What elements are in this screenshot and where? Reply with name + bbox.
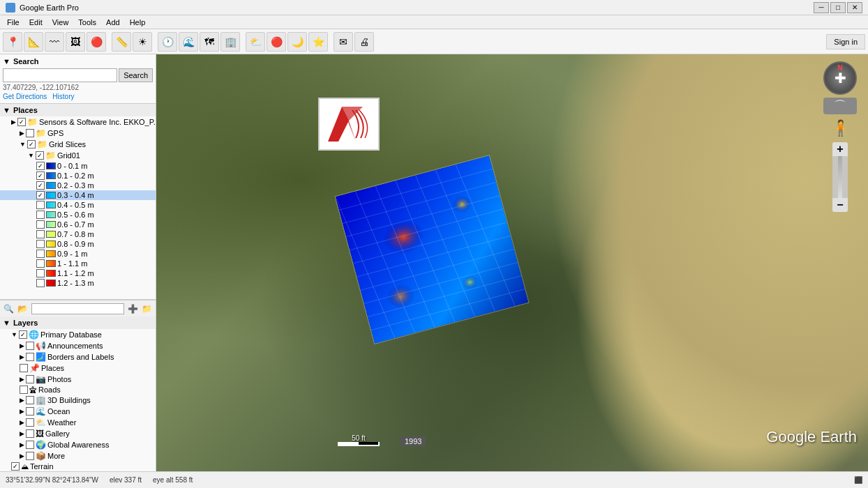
layer-3d-buildings[interactable]: ▶ 🏢 3D Buildings [0,395,156,406]
sign-in-button[interactable]: Sign in [826,34,865,49]
menu-help[interactable]: Help [126,17,150,27]
toolbar-moon-btn[interactable]: 🌙 [287,32,307,52]
layer-borders[interactable]: ▶ 🗾 Borders and Labels [0,351,156,363]
borders-checkbox[interactable] [26,353,34,361]
depth-7[interactable]: 0.7 - 0.8 m [0,229,156,239]
menu-view[interactable]: View [48,17,73,27]
d3-checkbox[interactable] [36,191,45,199]
toolbar-weather-btn[interactable]: ⛅ [246,32,265,52]
depth-8[interactable]: 0.8 - 0.9 m [0,239,156,249]
toolbar-print-btn[interactable]: 🖨 [354,32,374,52]
toolbar-historical-btn[interactable]: 🕐 [158,32,177,52]
layer-places[interactable]: 📌 Places [0,363,156,374]
more-checkbox[interactable] [26,452,34,460]
zoom-in-button[interactable]: + [832,142,848,156]
layer-roads[interactable]: 🛣 Roads [0,385,156,395]
grid01-checkbox[interactable] [36,151,44,160]
d10-checkbox[interactable] [36,259,45,268]
announcements-checkbox[interactable] [26,342,34,350]
grid-slices-checkbox[interactable] [27,140,36,148]
search-collapse-arrow[interactable]: ▼ [3,57,10,66]
weather-checkbox[interactable] [26,418,34,427]
global-awareness-checkbox[interactable] [26,441,34,449]
layer-global-awareness[interactable]: ▶ 🌍 Global Awareness [0,439,156,450]
places-item-grid01[interactable]: ▼ 📁 Grid01 [0,150,156,161]
depth-3[interactable]: 0.3 - 0.4 m [0,190,156,200]
d5-checkbox[interactable] [36,211,45,219]
menu-add[interactable]: Add [102,17,124,27]
gallery-checkbox[interactable] [26,429,34,438]
zoom-out-button[interactable]: − [832,198,848,212]
minimize-button[interactable]: ─ [814,2,829,13]
toolbar-ocean-btn[interactable]: 🌊 [179,32,198,52]
layer-photos[interactable]: ▶ 📷 Photos [0,374,156,385]
add-place-btn[interactable]: ➕ [127,303,139,315]
maximize-button[interactable]: □ [830,2,846,13]
toolbar-measure-btn[interactable]: 📏 [112,32,131,52]
toolbar-sun-btn[interactable]: ☀ [133,32,152,52]
toolbar-record-btn[interactable]: 🔴 [87,32,106,52]
depth-9[interactable]: 0.9 - 1 m [0,249,156,259]
layers-header[interactable]: ▼ Layers [0,317,156,329]
toolbar-sky-btn[interactable]: ⭐ [308,32,328,52]
roads-checkbox[interactable] [20,386,28,394]
toolbar-3d-btn[interactable]: 🏢 [220,32,240,52]
layer-more[interactable]: ▶ 📦 More [0,450,156,462]
depth-10[interactable]: 1 - 1.1 m [0,259,156,268]
layer-weather[interactable]: ▶ ⛅ Weather [0,417,156,428]
map-area[interactable]: N ✚ ⌒ 🧍 + − 50 ft 1993 Goo [156,54,868,471]
d11-checkbox[interactable] [36,269,45,277]
depth-1[interactable]: 0.1 - 0.2 m [0,171,156,181]
search-input[interactable] [3,68,117,82]
toolbar-map-btn[interactable]: 🗺 [200,32,219,52]
folder-btn[interactable]: 📂 [17,303,29,315]
toolbar-path-btn[interactable]: 〰 [45,32,64,52]
layer-announcements[interactable]: ▶ 📢 Announcements [0,340,156,351]
ocean-checkbox[interactable] [26,407,34,415]
menu-edit[interactable]: Edit [25,17,47,27]
history-link[interactable]: History [52,93,74,100]
photos-checkbox[interactable] [26,375,34,383]
depth-2[interactable]: 0.2 - 0.3 m [0,181,156,190]
zoom-slider[interactable] [838,156,842,198]
depth-12[interactable]: 1.2 - 1.3 m [0,278,156,288]
d1-checkbox[interactable] [36,171,45,180]
tilt-control[interactable]: ⌒ [823,98,857,114]
buildings-checkbox[interactable] [26,396,34,404]
terrain-checkbox[interactable] [11,462,20,471]
places-layer-checkbox[interactable] [20,364,28,372]
gps-checkbox[interactable] [26,129,34,137]
street-view-person[interactable]: 🧍 [832,117,848,139]
d6-checkbox[interactable] [36,220,45,229]
close-button[interactable]: ✕ [847,2,862,13]
add-folder-btn[interactable]: 📁 [142,303,154,315]
d8-checkbox[interactable] [36,240,45,248]
sensors-checkbox[interactable] [17,118,26,126]
toolbar-image-btn[interactable]: 🖼 [66,32,85,52]
d2-checkbox[interactable] [36,181,45,190]
window-controls[interactable]: ─ □ ✕ [814,2,862,13]
d9-checkbox[interactable] [36,250,45,258]
places-item-gps[interactable]: ▶ 📁 GPS [0,128,156,139]
search-button[interactable]: Search [119,68,153,82]
zoom-control[interactable]: + − [832,142,848,212]
get-directions-link[interactable]: Get Directions [3,93,47,100]
layer-terrain[interactable]: ⛰ Terrain [0,462,156,471]
menu-tools[interactable]: Tools [74,17,100,27]
layer-ocean[interactable]: ▶ 🌊 Ocean [0,406,156,417]
d12-checkbox[interactable] [36,279,45,287]
primary-db-checkbox[interactable] [19,330,27,339]
toolbar-placemark-btn[interactable]: 📍 [3,32,22,52]
places-item-gridslices[interactable]: ▼ 📁 Grid Slices [0,139,156,150]
layer-gallery[interactable]: ▶ 🖼 Gallery [0,428,156,439]
d7-checkbox[interactable] [36,230,45,238]
menu-file[interactable]: File [3,17,24,27]
d0-checkbox[interactable] [36,162,45,170]
depth-6[interactable]: 0.6 - 0.7 m [0,220,156,229]
toolbar-polygon-btn[interactable]: 📐 [24,32,43,52]
depth-11[interactable]: 1.1 - 1.2 m [0,268,156,278]
depth-0[interactable]: 0 - 0.1 m [0,161,156,171]
toolbar-email-btn[interactable]: ✉ [334,32,353,52]
depth-4[interactable]: 0.4 - 0.5 m [0,200,156,210]
compass[interactable]: N ✚ [823,61,857,95]
